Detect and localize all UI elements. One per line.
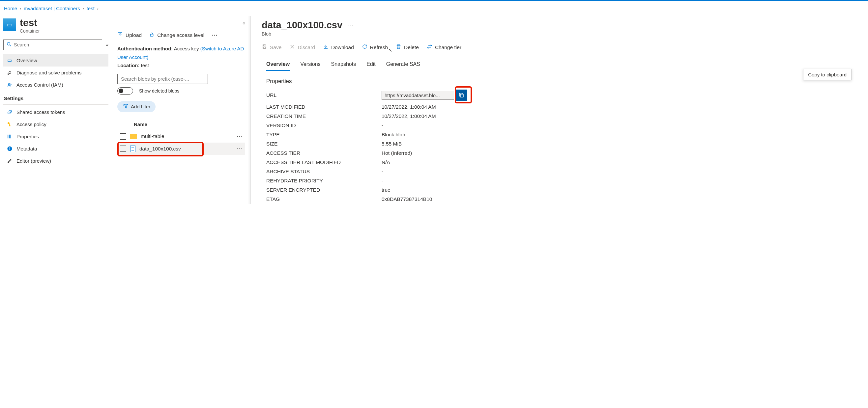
copy-button[interactable] [456,90,467,101]
blob-more-icon[interactable]: ··· [348,23,354,28]
svg-point-3 [10,83,11,85]
row-name: data_100x100.csv [140,146,181,152]
tab-versions[interactable]: Versions [300,61,320,71]
container-icon: ▭ [3,19,16,31]
svg-point-2 [8,83,9,84]
people-icon [7,82,12,88]
blob-subtitle: Blob [262,31,868,42]
overview-icon: ▭ [7,57,12,63]
delete-button[interactable]: Delete [396,44,419,51]
nav-metadata[interactable]: Metadata [3,143,108,155]
refresh-icon [362,44,367,51]
blob-list-panel: « Upload Change access level ··· Authent… [112,16,250,204]
svg-rect-7 [7,135,8,138]
chevron-right-icon: › [97,6,98,11]
copy-tooltip: Copy to clipboard [803,69,851,80]
more-actions-icon[interactable]: ··· [212,32,218,38]
show-deleted-label: Show deleted blobs [139,88,179,94]
nav-diagnose[interactable]: Diagnose and solve problems [3,67,108,79]
lock-icon [149,32,155,38]
nav-label: Overview [17,58,37,63]
row-name: multi-table [141,133,164,139]
svg-marker-18 [125,104,128,108]
save-icon [262,44,267,51]
prop-archive-status: ARCHIVE STATUS- [262,167,868,176]
cursor-icon: ↖ [388,47,393,53]
tab-overview[interactable]: Overview [266,61,290,71]
nav-properties[interactable]: Properties [3,130,108,143]
tab-generate-sas[interactable]: Generate SAS [386,61,420,71]
folder-icon [130,134,137,139]
nav-label: Diagnose and solve problems [17,70,82,75]
breadcrumb-home[interactable]: Home [4,6,17,11]
svg-rect-19 [264,45,265,46]
trash-icon [396,44,401,51]
row-checkbox[interactable] [120,133,126,140]
nav-access-control[interactable]: Access Control (IAM) [3,79,108,91]
show-deleted-toggle[interactable] [117,87,133,95]
blob-title: data_100x100.csv [262,20,342,31]
svg-rect-6 [9,126,10,126]
refresh-button[interactable]: Refresh ↖ [362,44,388,51]
collapse-sidebar-icon[interactable]: « [106,42,108,47]
download-button[interactable]: Download [323,44,354,51]
svg-line-1 [10,45,11,46]
nav-shared-access-tokens[interactable]: Shared access tokens [3,106,108,118]
url-field[interactable] [382,91,454,100]
discard-button: Discard [289,44,315,51]
prop-access-tier-lm: ACCESS TIER LAST MODIFIEDN/A [262,158,868,167]
breadcrumb-container[interactable]: test [87,6,95,11]
list-item-file[interactable]: data_100x100.csv ··· [117,143,245,155]
properties-header: Properties [262,71,868,88]
upload-button[interactable]: Upload [117,32,142,38]
sidebar-search-input[interactable] [14,42,99,47]
link-icon [7,109,12,115]
svg-rect-11 [9,148,9,150]
close-icon [289,44,295,51]
prop-etag: ETAG0x8DAB77387314B10 [262,195,868,204]
svg-rect-9 [10,135,11,138]
svg-rect-20 [264,47,266,48]
tab-snapshots[interactable]: Snapshots [331,61,356,71]
panel-shadow [248,16,251,204]
nav-access-policy[interactable]: Access policy [3,118,108,130]
blob-search-input[interactable] [117,74,208,84]
nav-editor[interactable]: Editor (preview) [3,155,108,167]
row-checkbox[interactable] [120,145,126,152]
nav-label: Access policy [17,122,46,127]
edit-icon [7,158,12,164]
change-tier-button[interactable]: Change tier [427,44,461,51]
row-more-icon[interactable]: ··· [237,134,243,139]
prop-version-id: VERSION ID- [262,121,868,130]
breadcrumb-storage[interactable]: mvaddataset | Containers [24,6,80,11]
chevron-right-icon: › [83,6,84,11]
download-icon [323,44,329,51]
chevron-right-icon: › [20,6,21,11]
nav-label: Metadata [17,146,37,151]
add-filter-button[interactable]: Add filter [117,101,156,112]
svg-rect-15 [150,34,153,36]
sidebar: ▭ test Container « ▭ Overview D [0,16,112,204]
list-item-folder[interactable]: multi-table ··· [117,130,245,143]
tabs: Overview Versions Snapshots Edit Generat… [262,55,868,71]
nav-label: Properties [17,134,39,139]
nav-overview[interactable]: ▭ Overview [3,54,108,67]
sidebar-search[interactable] [3,39,102,50]
nav-label: Shared access tokens [17,109,65,115]
file-icon [130,145,135,152]
add-filter-label: Add filter [131,104,150,109]
row-more-icon[interactable]: ··· [237,146,243,151]
collapse-panel-icon[interactable]: « [243,21,245,26]
change-access-button[interactable]: Change access level [149,32,204,38]
list-column-name[interactable]: Name [117,112,245,130]
key-icon [7,122,12,127]
search-icon [6,41,12,48]
divider [3,104,108,105]
prop-rehydrate: REHYDRATE PRIORITY- [262,176,868,185]
prop-access-tier: ACCESS TIERHot (Inferred) [262,148,868,158]
prop-url: URL [262,88,868,102]
container-title: test [20,17,40,28]
prop-last-modified: LAST MODIFIED10/27/2022, 1:00:04 AM [262,102,868,112]
tab-edit[interactable]: Edit [367,61,376,71]
container-subtitle: Container [20,28,40,34]
